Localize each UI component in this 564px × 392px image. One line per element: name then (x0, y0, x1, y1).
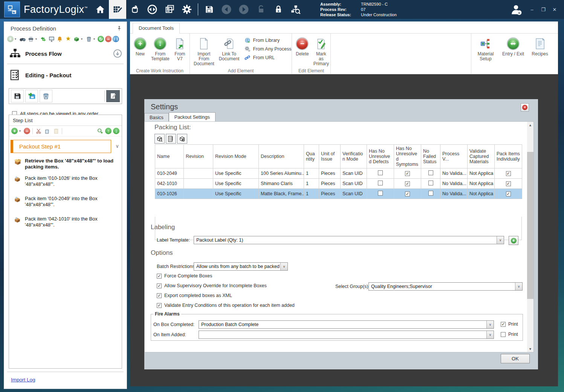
from-library-button[interactable]: From Library (245, 37, 291, 43)
symptoms-checkbox[interactable] (405, 181, 410, 186)
redo-forward-icon[interactable] (235, 0, 252, 19)
save-document-button[interactable] (11, 90, 24, 103)
feeder-setup-icon[interactable] (126, 0, 144, 19)
gear-star-icon[interactable] (64, 35, 72, 43)
minimize-button[interactable]: – (526, 7, 538, 12)
trash-caret-icon[interactable]: ▾ (93, 37, 96, 41)
pack-individually-checkbox[interactable] (506, 181, 511, 186)
from-v7-button[interactable]: From V7 (172, 36, 188, 63)
defects-checkbox[interactable] (378, 181, 383, 185)
process-search-icon[interactable] (287, 0, 304, 19)
supervisory-override-checkbox[interactable] (157, 283, 162, 288)
chevron-down-icon[interactable]: ∨ (115, 143, 119, 149)
remove-step-icon[interactable]: − (24, 128, 30, 134)
add-label-template-button[interactable]: + (509, 236, 518, 245)
move-down-icon[interactable]: ↓ (113, 128, 119, 134)
add-step-caret-icon[interactable]: ▾ (19, 129, 22, 133)
from-url-button[interactable]: From URL (245, 55, 291, 61)
table-row-selected[interactable]: 010-1026 Use Specific Matte Black, Frame… (155, 189, 522, 199)
pack-individually-checkbox[interactable] (506, 191, 511, 196)
step-item[interactable]: Pack item '010-1026' into the Box '48"x4… (9, 173, 122, 190)
chevron-down-icon[interactable]: ∨ (497, 236, 504, 244)
print-on-box-checkbox[interactable] (501, 322, 506, 327)
pause-icon[interactable]: ❙❙ (113, 36, 119, 42)
cut-icon[interactable] (35, 127, 42, 135)
label-template-select[interactable]: Packout Label (Qty: 1) ∨ (194, 236, 504, 244)
tab-basics[interactable]: Basics (144, 113, 169, 122)
refresh-icon[interactable]: ↻ (98, 36, 104, 42)
entry-exit-button[interactable]: Entry / Exit (499, 36, 527, 58)
failed-status-checkbox[interactable] (428, 191, 433, 196)
paste-icon[interactable] (52, 127, 60, 135)
table-row[interactable]: 042-1010 Use Specific Shimano Claris 1 P… (155, 179, 522, 189)
save-icon[interactable] (200, 0, 218, 19)
lock-release-icon[interactable]: x (270, 0, 287, 19)
mark-as-primary-button[interactable]: Mark as Primary (312, 36, 331, 67)
pack-individually-checkbox[interactable] (506, 171, 511, 176)
home-icon[interactable] (92, 0, 109, 19)
user-logout-icon[interactable]: ✕ (507, 0, 526, 19)
step-item[interactable]: Retrieve the Box '48"x48"x48"' to load p… (9, 155, 122, 173)
package-caret-icon[interactable]: ▾ (81, 37, 84, 41)
delete-document-button[interactable] (40, 90, 52, 103)
zoom-add-icon[interactable]: + (96, 127, 104, 135)
remove-icon[interactable]: − (105, 36, 112, 42)
print-icon[interactable] (27, 35, 34, 43)
table-header-row[interactable]: Name Revision Revision Mode Description … (155, 145, 522, 168)
export-xml-checkbox[interactable] (157, 293, 162, 298)
settings-gear-icon[interactable] (178, 0, 196, 19)
process-exchange-icon[interactable] (40, 35, 47, 43)
on-item-added-select[interactable]: ∨ (199, 331, 494, 339)
sync-icon[interactable] (144, 0, 161, 19)
step-item[interactable]: Pack item '010-2049' into the Box '48"x4… (9, 193, 122, 210)
scroll-up-icon[interactable]: ▲ (527, 122, 533, 128)
remove-box-button[interactable] (177, 134, 187, 144)
process-editor-icon[interactable] (109, 0, 126, 19)
vertical-scrollbar[interactable]: ▲ ▼ (527, 122, 533, 352)
chevron-down-icon[interactable]: ∨ (486, 321, 494, 328)
dialog-close-button[interactable]: ✕ (521, 103, 529, 112)
process-flow-row[interactable]: Process Flow (4, 44, 127, 63)
collapse-circle-icon[interactable] (113, 49, 122, 58)
from-template-button[interactable]: ↓ From Template (149, 36, 171, 63)
from-any-process-button[interactable]: From Any Process (245, 46, 291, 52)
bell-icon[interactable] (56, 35, 63, 43)
close-button[interactable]: ✕ (549, 7, 560, 12)
link-to-document-button[interactable]: Link To Document (217, 36, 241, 63)
editing-packout-row[interactable]: Editing - Packout (4, 65, 127, 84)
defects-checkbox[interactable] (378, 191, 383, 196)
export-document-button[interactable] (25, 90, 38, 103)
batch-restrictions-select[interactable]: Allow units from any batch to be packed … (194, 262, 288, 271)
trash-icon[interactable] (85, 35, 92, 43)
print-on-item-checkbox[interactable] (501, 332, 506, 337)
validate-entry-conditions-checkbox[interactable] (157, 303, 162, 308)
unlock-icon[interactable] (252, 0, 270, 19)
recipes-button[interactable]: Recipes (528, 36, 552, 58)
scroll-down-icon[interactable]: ▼ (527, 346, 533, 352)
presentation-icon[interactable] (48, 35, 55, 43)
symptoms-checkbox[interactable] (405, 191, 410, 196)
symptoms-checkbox[interactable] (405, 171, 410, 176)
select-groups-select[interactable]: Quality Engineers;Supervisor ∨ (368, 282, 523, 291)
documents-icon[interactable] (161, 0, 178, 19)
on-box-completed-select[interactable]: Production Batch Complete ∨ (199, 320, 494, 329)
scrollbar-thumb[interactable] (527, 152, 533, 299)
chevron-down-icon[interactable]: ∨ (486, 331, 494, 338)
pin-icon[interactable] (116, 26, 122, 31)
add-caret-icon[interactable]: ▾ (15, 37, 18, 41)
add-step-icon[interactable]: + (11, 128, 18, 134)
edit-mode-button[interactable] (106, 90, 120, 102)
delete-element-button[interactable]: − Delete (294, 36, 311, 58)
tab-packout-settings[interactable]: Packout Settings (169, 112, 216, 122)
undo-back-icon[interactable] (218, 0, 235, 19)
maximize-button[interactable]: ❐ (538, 7, 549, 12)
table-row[interactable]: 010-2049 Use Specific 100 Series Aluminu… (155, 168, 522, 179)
import-log-link[interactable]: Import Log (11, 377, 35, 383)
print-caret-icon[interactable]: ▾ (35, 37, 38, 41)
tab-document-tools[interactable]: Document Tools (133, 23, 180, 34)
failed-status-checkbox[interactable] (428, 170, 433, 175)
binoculars-icon[interactable] (19, 35, 26, 43)
new-button[interactable]: + New (132, 36, 148, 58)
view-box-button[interactable] (154, 134, 165, 144)
chevron-down-icon[interactable]: ∨ (280, 263, 287, 270)
